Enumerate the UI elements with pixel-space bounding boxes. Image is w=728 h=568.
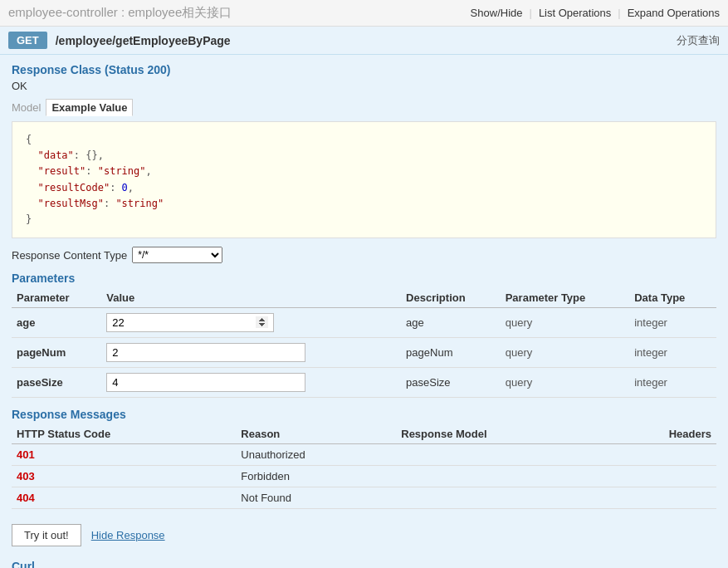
resp-header-row: HTTP Status Code Reason Response Model H… — [12, 424, 716, 444]
col-value: Value — [101, 288, 401, 308]
col-response-model: Response Model — [396, 424, 603, 444]
response-content-type-row: Response Content Type */* application/js… — [12, 247, 716, 263]
response-content-type-select[interactable]: */* application/json text/plain — [132, 247, 222, 263]
controller-title: employee-controller : employee相关接口 — [8, 5, 232, 21]
table-row: pageNum pageNum query integer — [12, 338, 716, 368]
top-bar-actions: Show/Hide | List Operations | Expand Ope… — [471, 7, 720, 19]
param-datatype-pasesize: integer — [634, 376, 667, 389]
example-value-tab[interactable]: Example Value — [46, 99, 133, 116]
table-row: 401 Unauthorized — [12, 444, 716, 466]
col-reason: Reason — [236, 424, 396, 444]
age-stepper[interactable] — [106, 313, 274, 332]
param-datatype-pagenum: integer — [634, 346, 667, 359]
pasesize-input[interactable] — [106, 373, 305, 392]
resp-model-401 — [396, 444, 603, 466]
reason-unauthorized: Unauthorized — [241, 448, 305, 461]
pagenum-input[interactable] — [106, 343, 305, 362]
age-input[interactable] — [107, 314, 273, 331]
code-data-key: "data" — [37, 149, 73, 161]
code-resultcode-val: 0 — [122, 182, 128, 193]
divider-1: | — [529, 7, 531, 19]
param-desc-pasesize: paseSize — [406, 376, 450, 389]
param-desc-pagenum: pageNum — [406, 346, 452, 359]
curl-title: Curl — [12, 560, 716, 568]
param-name-pagenum: pageNum — [17, 346, 66, 359]
param-type-pasesize: query — [506, 376, 533, 389]
table-row: 404 Not Found — [12, 487, 716, 509]
top-bar: employee-controller : employee相关接口 Show/… — [0, 0, 728, 27]
col-http-status: HTTP Status Code — [12, 424, 236, 444]
param-type-age: query — [506, 316, 533, 329]
status-code-403: 403 — [17, 470, 35, 482]
response-class-title: Response Class (Status 200) — [12, 63, 716, 76]
controller-desc: : employee相关接口 — [118, 5, 232, 19]
status-code-401: 401 — [17, 448, 35, 461]
try-it-row: Try it out! Hide Response — [12, 519, 716, 551]
hide-response-link[interactable]: Hide Response — [91, 529, 165, 541]
endpoint-path: /employee/getEmployeeByPage — [56, 34, 677, 47]
method-badge: GET — [8, 32, 47, 49]
list-operations-link[interactable]: List Operations — [539, 7, 611, 19]
response-messages-section: Response Messages HTTP Status Code Reaso… — [12, 408, 716, 509]
col-description: Description — [401, 288, 501, 308]
parameters-table: Parameter Value Description Parameter Ty… — [12, 288, 716, 398]
model-tabs: Model Example Value — [12, 99, 716, 116]
expand-operations-link[interactable]: Expand Operations — [628, 7, 720, 19]
endpoint-note: 分页查询 — [677, 33, 720, 48]
model-tab-label: Model — [12, 101, 41, 114]
param-name-age: age — [17, 316, 35, 329]
reason-forbidden: Forbidden — [241, 470, 290, 482]
code-block: { "data": {}, "result": "string", "resul… — [12, 121, 716, 238]
code-result-val: "string" — [98, 165, 146, 177]
reason-not-found: Not Found — [241, 492, 291, 504]
col-parameter-type: Parameter Type — [501, 288, 630, 308]
table-row: 403 Forbidden — [12, 466, 716, 487]
resp-model-403 — [396, 466, 603, 487]
code-resultmsg-key: "resultMsg" — [37, 198, 103, 209]
col-data-type: Data Type — [629, 288, 716, 308]
resp-model-404 — [396, 487, 603, 509]
code-resultmsg-val: "string" — [115, 198, 164, 209]
resp-headers-404 — [603, 487, 716, 509]
resp-headers-401 — [603, 444, 716, 466]
params-header-row: Parameter Value Description Parameter Ty… — [12, 288, 716, 308]
show-hide-link[interactable]: Show/Hide — [471, 7, 523, 19]
response-content-type-label: Response Content Type — [12, 249, 127, 262]
status-code-404: 404 — [17, 492, 35, 504]
try-it-out-button[interactable]: Try it out! — [12, 524, 81, 546]
param-name-pasesize: paseSize — [17, 376, 63, 389]
parameters-title: Parameters — [12, 272, 716, 285]
col-headers: Headers — [603, 424, 716, 444]
parameters-section: Parameters Parameter Value Description P… — [12, 272, 716, 398]
param-type-pagenum: query — [506, 346, 533, 359]
endpoint-bar: GET /employee/getEmployeeByPage 分页查询 — [0, 27, 728, 55]
divider-2: | — [618, 7, 620, 19]
table-row: paseSize paseSize query integer — [12, 368, 716, 398]
status-ok: OK — [12, 80, 716, 92]
param-datatype-age: integer — [634, 316, 667, 329]
content-area: Response Class (Status 200) OK Model Exa… — [0, 55, 728, 568]
response-messages-table: HTTP Status Code Reason Response Model H… — [12, 424, 716, 509]
resp-headers-403 — [603, 466, 716, 487]
param-desc-age: age — [406, 316, 424, 329]
code-result-key: "result" — [37, 165, 86, 177]
controller-name: employee-controller — [8, 5, 118, 19]
response-messages-title: Response Messages — [12, 408, 716, 421]
code-resultcode-key: "resultCode" — [37, 182, 110, 193]
curl-section: Curl — [12, 560, 716, 568]
table-row: age age query integer — [12, 308, 716, 338]
col-parameter: Parameter — [12, 288, 101, 308]
